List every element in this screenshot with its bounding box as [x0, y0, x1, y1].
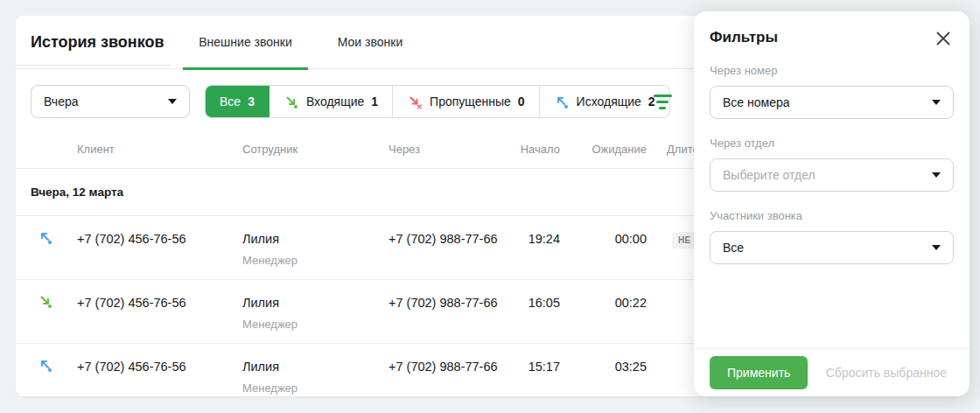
- chevron-down-icon: [932, 100, 941, 105]
- employee-name: Лилия: [242, 359, 388, 375]
- segment-label: Исходящие: [577, 94, 641, 108]
- segment-count: 0: [518, 94, 525, 108]
- start-time: 15:17: [488, 344, 560, 375]
- employee-name: Лилия: [242, 231, 388, 248]
- employee-role: Менеджер: [242, 316, 388, 332]
- outgoing-call-icon: [38, 357, 53, 373]
- participants-select[interactable]: Все: [710, 231, 954, 264]
- outgoing-call-icon: [38, 229, 53, 245]
- filters-panel: Фильтры Через номер Все номера Через отд…: [694, 11, 970, 396]
- col-client: Клиент: [77, 134, 242, 156]
- employee-role: Менеджер: [242, 252, 388, 269]
- segment-label: Пропущенные: [430, 94, 511, 108]
- filters-panel-title: Фильтры: [710, 29, 954, 46]
- via-number: +7 (702) 988-77-66: [388, 216, 488, 248]
- start-time: 19:24: [488, 216, 560, 248]
- client-phone: +7 (702) 456-76-56: [77, 216, 242, 248]
- reset-selected-button[interactable]: Сбросить выбранное: [826, 366, 947, 380]
- chevron-down-icon: [932, 245, 941, 250]
- tab-label: Внешние звонки: [199, 35, 291, 49]
- wait-time: 00:22: [560, 280, 647, 312]
- employee-name: Лилия: [242, 295, 388, 312]
- client-phone: +7 (702) 456-76-56: [77, 280, 242, 312]
- via-number: +7 (702) 988-77-66: [388, 344, 488, 375]
- col-wait: Ожидание: [560, 134, 647, 156]
- tab-my-calls[interactable]: Мои звонки: [308, 16, 432, 69]
- segment-incoming[interactable]: Входящие 1: [270, 86, 393, 117]
- department-select[interactable]: Выберите отдел: [710, 158, 954, 192]
- filters-panel-footer: Применить Сбросить выбранное: [694, 348, 970, 396]
- participants-select-value: Все: [723, 241, 744, 255]
- period-select-value: Вчера: [44, 94, 79, 108]
- via-number: +7 (702) 988-77-66: [388, 280, 488, 312]
- outgoing-call-icon: [554, 94, 570, 109]
- col-employee: Сотрудник: [242, 134, 388, 156]
- page-title: История звонков: [31, 16, 164, 69]
- segment-outgoing[interactable]: Исходящие 2: [540, 86, 669, 117]
- period-select[interactable]: Вчера: [31, 85, 190, 118]
- col-via: Через: [388, 134, 488, 156]
- segment-label: Все: [220, 94, 241, 108]
- col-start: Начало: [488, 134, 560, 156]
- apply-button[interactable]: Применить: [710, 356, 808, 389]
- filter-label-via-number: Через номер: [710, 64, 954, 77]
- tab-external-calls[interactable]: Внешние звонки: [183, 16, 308, 69]
- segment-count: 1: [371, 94, 378, 108]
- client-phone: +7 (702) 456-76-56: [77, 344, 242, 375]
- date-group-label: Вчера, 12 марта: [31, 186, 123, 199]
- chevron-down-icon: [932, 172, 941, 178]
- segment-label: Входящие: [306, 94, 364, 108]
- missed-call-icon: [407, 94, 423, 109]
- title-underline: [16, 65, 171, 66]
- department-select-placeholder: Выберите отдел: [723, 168, 816, 182]
- start-time: 16:05: [488, 280, 560, 312]
- via-number-select[interactable]: Все номера: [710, 86, 954, 119]
- via-number-select-value: Все номера: [723, 95, 790, 109]
- employee-role: Менеджер: [242, 380, 388, 396]
- chevron-down-icon: [168, 99, 177, 104]
- segment-missed[interactable]: Пропущенные 0: [393, 86, 539, 117]
- segment-all[interactable]: Все 3: [205, 85, 270, 118]
- wait-time: 00:00: [560, 216, 647, 248]
- tab-label: Мои звонки: [338, 35, 402, 49]
- call-type-filter-group: Все 3 Входящие 1: [205, 85, 670, 118]
- col-spacer: [31, 134, 77, 143]
- filter-label-participants: Участники звонка: [710, 209, 954, 222]
- wait-time: 03:25: [560, 344, 647, 375]
- filter-lines-icon[interactable]: [652, 92, 673, 111]
- close-icon[interactable]: [934, 30, 952, 47]
- incoming-call-icon: [284, 94, 299, 109]
- filter-label-department: Через отдел: [710, 136, 954, 150]
- incoming-call-icon: [38, 293, 53, 309]
- segment-count: 3: [248, 94, 255, 108]
